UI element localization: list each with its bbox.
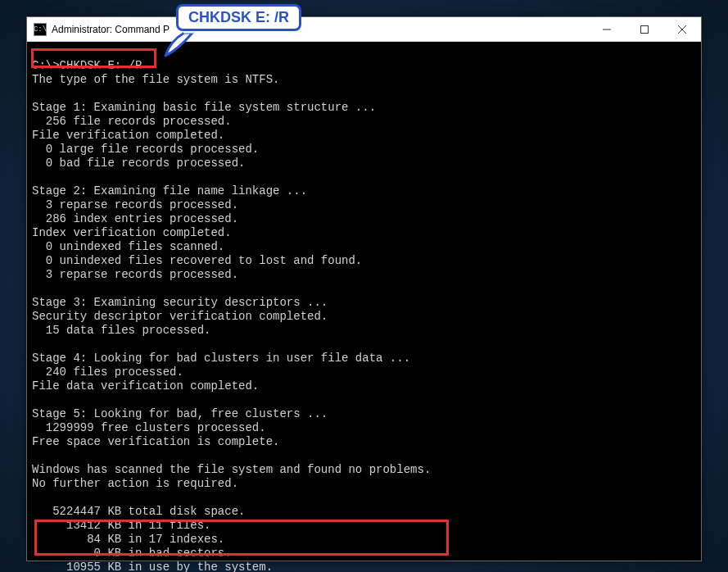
stage1-records: 256 file records processed. — [32, 115, 232, 128]
minimize-button[interactable] — [588, 17, 626, 42]
fs-type: The type of the file system is NTFS. — [32, 73, 279, 86]
summary-system: 10955 KB in use by the system. — [32, 561, 273, 572]
maximize-icon — [640, 25, 649, 34]
titlebar[interactable]: C:\ Administrator: Command P — [27, 17, 701, 42]
command-text: CHKDSK E: /R — [60, 59, 142, 72]
maximize-button[interactable] — [626, 17, 663, 42]
result-line1: Windows has scanned the file system and … — [32, 463, 431, 476]
window-controls — [588, 17, 701, 41]
prompt: C:\> — [32, 59, 60, 72]
stage5-free-space: Free space verification is complete. — [32, 435, 279, 448]
stage5-free-clusters: 1299999 free clusters processed. — [32, 421, 266, 434]
summary-indexes: 84 KB in 17 indexes. — [32, 533, 224, 546]
stage3-header: Stage 3: Examining security descriptors … — [32, 296, 328, 309]
callout-bubble: CHKDSK E: /R — [176, 4, 301, 31]
command-prompt-window: C:\ Administrator: Command P C:\>CHKDSK … — [26, 16, 702, 561]
stage2-reparse: 3 reparse records processed. — [32, 198, 238, 211]
stage1-file-verif: File verification completed. — [32, 129, 224, 142]
stage1-bad-files: 0 bad file records processed. — [32, 157, 245, 170]
stage2-reparse2: 3 reparse records processed. — [32, 268, 238, 281]
stage3-sec-verif: Security descriptor verification complet… — [32, 310, 328, 323]
summary-bad: 0 KB in bad sectors. — [32, 547, 232, 560]
stage4-header: Stage 4: Looking for bad clusters in use… — [32, 352, 410, 365]
stage4-files: 240 files processed. — [32, 365, 183, 379]
stage2-index: 286 index entries processed. — [32, 212, 238, 225]
terminal-output[interactable]: C:\>CHKDSK E: /R The type of the file sy… — [27, 42, 701, 561]
window-title: Administrator: Command P — [52, 24, 588, 35]
callout-text: CHKDSK E: /R — [188, 9, 289, 25]
close-button[interactable] — [663, 17, 701, 42]
minimize-icon — [603, 25, 611, 34]
stage1-header: Stage 1: Examining basic file system str… — [32, 101, 376, 114]
stage5-header: Stage 5: Looking for bad, free clusters … — [32, 407, 328, 420]
stage2-unindexed: 0 unindexed files scanned. — [32, 240, 224, 253]
stage1-large-files: 0 large file records processed. — [32, 143, 259, 156]
summary-total: 5224447 KB total disk space. — [32, 505, 245, 518]
stage2-recovered: 0 unindexed files recovered to lost and … — [32, 254, 362, 267]
result-line2: No further action is required. — [32, 477, 238, 490]
svg-rect-1 — [641, 26, 649, 34]
close-icon — [678, 25, 686, 34]
stage4-file-data: File data verification completed. — [32, 379, 259, 393]
stage2-index-verif: Index verification completed. — [32, 226, 232, 239]
stage3-data-files: 15 data files processed. — [32, 324, 210, 337]
summary-files: 13412 KB in 11 files. — [32, 519, 210, 532]
stage2-header: Stage 2: Examining file name linkage ... — [32, 184, 307, 197]
cmd-icon: C:\ — [34, 23, 47, 36]
